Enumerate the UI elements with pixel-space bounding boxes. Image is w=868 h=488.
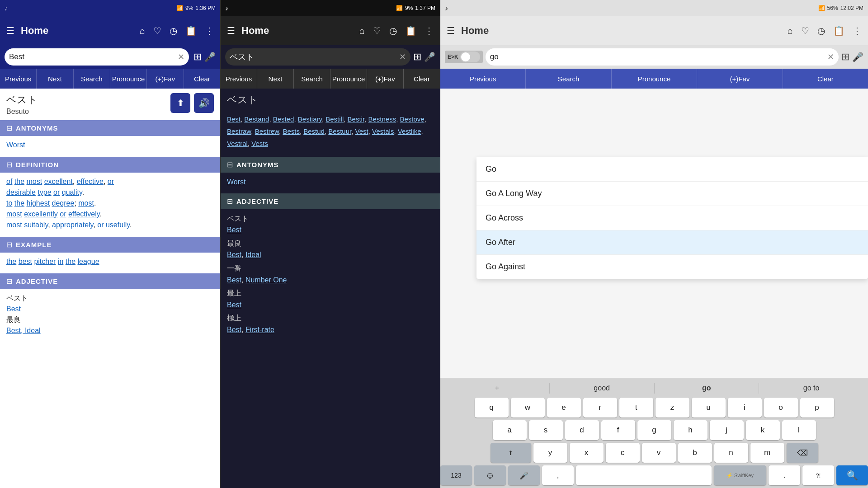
key-d[interactable]: d	[565, 420, 599, 440]
key-j[interactable]: j	[710, 420, 744, 440]
autocomplete-go[interactable]: Go	[476, 157, 868, 182]
nav-next-1[interactable]: Next	[37, 69, 73, 89]
key-a[interactable]: a	[493, 420, 527, 440]
autocomplete-go-against[interactable]: Go Against	[476, 255, 868, 279]
adj2-ideal[interactable]: Ideal	[245, 251, 261, 258]
key-k[interactable]: k	[746, 420, 780, 440]
suggest-plus[interactable]: +	[445, 381, 549, 395]
hamburger-icon-3[interactable]: ☰	[447, 25, 455, 36]
search-clear-icon-2[interactable]: ✕	[399, 52, 406, 62]
nav-pronounce-1[interactable]: Pronounce	[110, 69, 147, 89]
key-p[interactable]: p	[800, 398, 834, 418]
key-g[interactable]: g	[637, 420, 671, 440]
wl-bested[interactable]: Bested	[273, 115, 294, 123]
nav-search-2[interactable]: Search	[294, 69, 330, 89]
more-icon-2[interactable]: ⋮	[425, 25, 434, 36]
key-i[interactable]: i	[728, 398, 762, 418]
history-icon-1[interactable]: ◷	[170, 25, 177, 36]
key-questionmark[interactable]: ?!	[802, 465, 834, 485]
adj2-bestideal[interactable]: Best	[227, 251, 241, 258]
nav-clear-2[interactable]: Clear	[404, 69, 440, 89]
wl-best[interactable]: Best	[227, 115, 241, 123]
adj-best-ideal-1[interactable]: Best, Ideal	[6, 327, 41, 334]
nav-fav-2[interactable]: (+)Fav	[367, 69, 404, 89]
ek-toggle[interactable]	[460, 52, 480, 62]
antonyms-header-1[interactable]: ⊟ ANTONYMS	[0, 120, 220, 136]
nav-fav-1[interactable]: (+)Fav	[147, 69, 184, 89]
autocomplete-go-across[interactable]: Go Across	[476, 206, 868, 230]
wl-bestand[interactable]: Bestand	[244, 115, 269, 123]
scan-icon-3[interactable]: ⊞	[841, 51, 849, 63]
wl-vestlike[interactable]: Vestlike	[398, 127, 421, 135]
key-m[interactable]: m	[750, 443, 784, 463]
adj2-numone[interactable]: Number One	[245, 276, 287, 284]
key-u[interactable]: u	[692, 398, 726, 418]
ant-worst-2[interactable]: Worst	[227, 178, 245, 186]
key-h[interactable]: h	[674, 420, 708, 440]
key-c[interactable]: c	[606, 443, 640, 463]
wl-bestiary[interactable]: Bestiary	[298, 115, 322, 123]
autocomplete-go-long-way[interactable]: Go A Long Way	[476, 182, 868, 206]
wl-bestill[interactable]: Bestill	[326, 115, 344, 123]
wl-bestraw[interactable]: Bestraw	[227, 127, 251, 135]
adj2-bestnumone[interactable]: Best	[227, 276, 241, 284]
suggest-goto[interactable]: go to	[759, 381, 863, 395]
key-period[interactable]: .	[769, 465, 800, 485]
key-t[interactable]: t	[619, 398, 653, 418]
key-o[interactable]: o	[764, 398, 798, 418]
nav-search-1[interactable]: Search	[74, 69, 110, 89]
key-l[interactable]: l	[782, 420, 816, 440]
heart-icon-1[interactable]: ♡	[153, 25, 161, 36]
nav-pronounce-2[interactable]: Pronounce	[330, 69, 367, 89]
nav-next-2[interactable]: Next	[257, 69, 294, 89]
wl-vestral[interactable]: Vestral	[227, 140, 248, 147]
key-backspace[interactable]: ⌫	[787, 443, 818, 463]
key-mic-kb[interactable]: 🎤	[508, 465, 540, 485]
nav-search-3[interactable]: Search	[526, 69, 611, 89]
mic-icon-1[interactable]: 🎤	[204, 52, 216, 62]
adj-best-1[interactable]: Best	[6, 305, 21, 313]
hamburger-icon-2[interactable]: ☰	[227, 25, 235, 36]
wl-vest[interactable]: Vest	[355, 127, 368, 135]
key-q[interactable]: q	[475, 398, 509, 418]
wl-bests[interactable]: Bests	[283, 127, 300, 135]
nav-previous-2[interactable]: Previous	[221, 69, 257, 89]
heart-icon-3[interactable]: ♡	[801, 25, 809, 36]
definition-header-1[interactable]: ⊟ DEFINITION	[0, 157, 220, 173]
history-icon-3[interactable]: ◷	[817, 25, 825, 36]
nav-fav-3[interactable]: (+)Fav	[697, 69, 783, 89]
wl-bestir[interactable]: Bestir	[348, 115, 365, 123]
key-shift[interactable]: ⬆	[491, 443, 531, 463]
key-z[interactable]: z	[656, 398, 689, 418]
antonyms-header-2[interactable]: ⊟ ANTONYMS	[221, 157, 440, 173]
adj2-best[interactable]: Best	[227, 226, 241, 234]
adj2-firstrate[interactable]: Best	[227, 326, 241, 333]
key-n[interactable]: n	[714, 443, 748, 463]
wl-vests[interactable]: Vests	[251, 140, 268, 147]
more-icon-1[interactable]: ⋮	[205, 25, 214, 36]
search-input-1[interactable]	[9, 52, 178, 61]
key-b[interactable]: b	[678, 443, 712, 463]
wl-bestud[interactable]: Bestud	[303, 127, 325, 135]
autocomplete-go-after[interactable]: Go After	[476, 230, 868, 255]
wl-bestove[interactable]: Bestove	[400, 115, 424, 123]
mic-icon-2[interactable]: 🎤	[424, 52, 435, 62]
key-space[interactable]	[576, 465, 712, 485]
suggest-good[interactable]: good	[550, 381, 654, 395]
history-icon-2[interactable]: ◷	[389, 25, 397, 36]
search-clear-icon-3[interactable]: ✕	[827, 52, 834, 62]
clipboard-icon-1[interactable]: 📋	[185, 25, 197, 36]
mic-icon-3[interactable]: 🎤	[852, 52, 863, 62]
key-w[interactable]: w	[511, 398, 545, 418]
adjective-header-1[interactable]: ⊟ ADJECTIVE	[0, 273, 220, 289]
wl-vestals[interactable]: Vestals	[372, 127, 394, 135]
key-v[interactable]: v	[642, 443, 676, 463]
wl-bestuur[interactable]: Bestuur	[328, 127, 351, 135]
key-f[interactable]: f	[601, 420, 635, 440]
adjective-header-2[interactable]: ⊟ ADJECTIVE	[221, 193, 440, 209]
key-s[interactable]: s	[529, 420, 563, 440]
key-x[interactable]: x	[570, 443, 604, 463]
example-header-1[interactable]: ⊟ EXAMPLE	[0, 237, 220, 253]
clipboard-icon-3[interactable]: 📋	[833, 25, 844, 36]
scan-icon-1[interactable]: ⊞	[193, 51, 202, 63]
